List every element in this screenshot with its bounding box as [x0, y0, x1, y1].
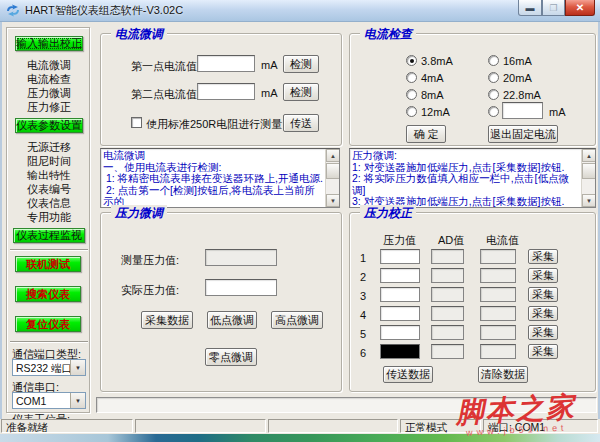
- sidebar-button-io-calibration[interactable]: 输入输出校正: [15, 36, 83, 51]
- pressure-cal-group: 压力校正 压力值 AD值 电流值 1 采集 2 采集 3 采集 4 采集: [349, 212, 596, 392]
- sidebar-item-output-character[interactable]: 输出特性: [7, 168, 91, 183]
- sidebar-item-pressure-trim[interactable]: 压力微调: [7, 86, 91, 101]
- scroll-down-icon[interactable]: ▼: [582, 194, 596, 207]
- collect-data-button[interactable]: 采集数据: [141, 311, 193, 329]
- collect-row-button-1[interactable]: 采集: [528, 249, 558, 264]
- pressure-info-box: 压力微调: 1: 对变送器施加低端压力,点击[采集数据]按钮. 2: 将实际压力…: [349, 148, 596, 208]
- radio-12ma[interactable]: [406, 106, 417, 117]
- radio-20ma-label: 20mA: [503, 72, 532, 84]
- reset-meter-button[interactable]: 复位仪表: [15, 316, 81, 332]
- radio-20ma[interactable]: [488, 72, 499, 83]
- maximize-button[interactable]: ❐: [542, 0, 565, 16]
- radio-4ma[interactable]: [406, 72, 417, 83]
- low-trim-button[interactable]: 低点微调: [207, 311, 257, 329]
- detect1-button[interactable]: 检测: [283, 55, 319, 73]
- scrollbar-thumb[interactable]: [326, 163, 340, 179]
- col-ad: AD值: [438, 233, 464, 248]
- title-bar: HART智能仪表组态软件-V3.02C ▬ ❐ ✕: [0, 0, 600, 22]
- collect-row-button-3[interactable]: 采集: [528, 287, 558, 302]
- pressure-input-4[interactable]: [380, 306, 420, 321]
- point2-unit: mA: [261, 87, 278, 99]
- detect2-button[interactable]: 检测: [283, 83, 319, 101]
- current-field-6: [480, 344, 516, 359]
- measured-pressure-label: 测量压力值:: [121, 253, 179, 268]
- scroll-up-icon[interactable]: ▲: [582, 149, 596, 162]
- point1-current-input[interactable]: [197, 55, 255, 72]
- sidebar-item-current-check[interactable]: 电流检查: [7, 72, 91, 87]
- collect-row-button-4[interactable]: 采集: [528, 306, 558, 321]
- status-panel-empty: [135, 419, 266, 433]
- radio-8ma[interactable]: [406, 89, 417, 100]
- pressure-input-6[interactable]: [380, 344, 420, 359]
- app-icon: [6, 4, 20, 17]
- collect-row-button-2[interactable]: 采集: [528, 268, 558, 283]
- sidebar-item-pressure-correct[interactable]: 压力修正: [7, 100, 91, 115]
- send-data-button[interactable]: 传送数据: [383, 366, 433, 383]
- scroll-up-icon[interactable]: ▲: [326, 149, 340, 162]
- sidebar-item-passive-migration[interactable]: 无源迁移: [7, 140, 91, 155]
- pressure-input-5[interactable]: [380, 325, 420, 340]
- serial-port-select[interactable]: COM1 ▼: [12, 392, 86, 409]
- collect-row-button-5[interactable]: 采集: [528, 325, 558, 340]
- row-number: 4: [360, 309, 366, 321]
- pressure-input-3[interactable]: [380, 287, 420, 302]
- row-number: 2: [360, 271, 366, 283]
- use-250r-checkbox[interactable]: [131, 117, 142, 128]
- pressure-trim-group: 压力微调 测量压力值: 实际压力值: 采集数据 低点微调 高点微调 零点微调: [100, 212, 342, 392]
- actual-pressure-input[interactable]: [205, 279, 277, 296]
- chevron-down-icon[interactable]: ▼: [70, 393, 85, 408]
- sidebar-item-current-trim[interactable]: 电流微调: [7, 58, 91, 73]
- zero-trim-button[interactable]: 零点微调: [205, 348, 257, 366]
- current-trim-group: 电流微调 第一点电流值: mA 检测 第二点电流值: mA 检测 使用标准250…: [100, 33, 342, 146]
- sidebar-item-meter-info[interactable]: 仪表信息: [7, 196, 91, 211]
- ad-field-3: [431, 287, 464, 302]
- sidebar-item-special-func[interactable]: 专用功能: [7, 210, 91, 225]
- ad-field-1: [431, 249, 464, 264]
- custom-ma-input[interactable]: [502, 102, 543, 119]
- minimize-button[interactable]: ▬: [518, 0, 542, 16]
- current-info-scrollbar[interactable]: ▲ ▼: [325, 149, 339, 207]
- radio-3-8ma[interactable]: [406, 55, 417, 66]
- current-field-5: [480, 325, 516, 340]
- port-type-value: RS232 端口: [16, 362, 72, 376]
- pressure-trim-title: 压力微调: [111, 205, 167, 222]
- sidebar-divider-1: [10, 249, 88, 251]
- high-trim-button[interactable]: 高点微调: [271, 311, 323, 329]
- clear-data-button[interactable]: 清除数据: [478, 366, 528, 383]
- search-meter-button[interactable]: 搜索仪表: [15, 286, 81, 302]
- current-field-1: [480, 249, 516, 264]
- row-number: 3: [360, 290, 366, 302]
- pressure-info-scrollbar[interactable]: ▲ ▼: [581, 149, 595, 207]
- sidebar-item-damping-time[interactable]: 阻尼时间: [7, 154, 91, 169]
- close-button[interactable]: ✕: [565, 0, 595, 16]
- pressure-input-1[interactable]: [380, 249, 420, 264]
- current-field-2: [480, 268, 516, 283]
- send-button[interactable]: 传送: [283, 114, 319, 132]
- radio-custom-ma[interactable]: [488, 106, 499, 117]
- radio-16ma-label: 16mA: [503, 55, 532, 67]
- pressure-input-2[interactable]: [380, 268, 420, 283]
- point2-current-input[interactable]: [197, 83, 255, 100]
- measured-pressure-field: [205, 249, 277, 266]
- online-test-button[interactable]: 联机测试: [15, 256, 81, 272]
- confirm-button[interactable]: 确 定: [406, 125, 446, 143]
- radio-22-8ma[interactable]: [488, 89, 499, 100]
- radio-16ma[interactable]: [488, 55, 499, 66]
- sidebar-button-process-monitor[interactable]: 仪表过程监视: [13, 228, 85, 243]
- chevron-down-icon[interactable]: ▼: [70, 360, 85, 375]
- collect-row-button-6[interactable]: 采集: [528, 344, 558, 359]
- current-info-box: 电流微调 一、使用电流表进行检测: 1: 将精密电流表串接在变送器环路上,开通电…: [100, 148, 340, 208]
- exit-fixed-current-button[interactable]: 退出固定电流: [488, 125, 558, 143]
- client-area: 输入输出校正 电流微调 电流检查 压力微调 压力修正 仪表参数设置 无源迁移 阻…: [0, 22, 600, 434]
- scroll-down-icon[interactable]: ▼: [326, 194, 340, 207]
- sidebar-item-meter-number[interactable]: 仪表编号: [7, 182, 91, 197]
- row-number: 5: [360, 328, 366, 340]
- pressure-info-text: 压力微调: 1: 对变送器施加低端压力,点击[采集数据]按钮. 2: 将实际压力…: [352, 150, 579, 208]
- scrollbar-thumb[interactable]: [582, 163, 596, 179]
- status-port: 端口: COM1: [483, 419, 598, 433]
- port-type-select[interactable]: RS232 端口 ▼: [12, 359, 86, 376]
- radio-3-8ma-label: 3.8mA: [421, 55, 453, 67]
- sidebar-button-param-settings[interactable]: 仪表参数设置: [15, 118, 83, 133]
- current-info-text: 电流微调 一、使用电流表进行检测: 1: 将精密电流表串接在变送器环路上,开通电…: [103, 150, 323, 208]
- status-bar: 准备就绪 正常模式 端口: COM1: [0, 419, 600, 434]
